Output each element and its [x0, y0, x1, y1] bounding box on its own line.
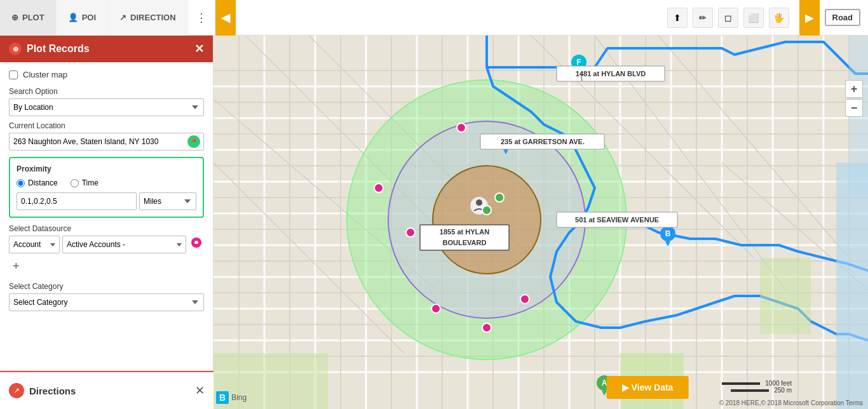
time-radio[interactable]: [71, 179, 79, 187]
sidebar-panel: ⊕ Plot Records ✕ Cluster map Search Opti…: [0, 36, 214, 409]
svg-text:BOULEVARD: BOULEVARD: [443, 239, 487, 246]
svg-text:235 at GARRETSON AVE.: 235 at GARRETSON AVE.: [501, 138, 585, 145]
proximity-inputs: Miles: [17, 192, 196, 210]
map-area: A B C F: [214, 36, 868, 409]
close-panel-button[interactable]: ✕: [194, 42, 204, 56]
panel-header: ⊕ Plot Records ✕: [0, 36, 213, 62]
scale-line-feet: 1000 feet: [722, 380, 792, 387]
current-location-label: Current Location: [9, 121, 204, 130]
toolbar: ⊕ PLOT 👤 POI ↗ DIRECTION ⋮ ◀ ⬆ ✏ ◻ ⬜ 🖐 ▶…: [0, 0, 868, 36]
proximity-box: Proximity Distance Time Miles: [9, 157, 204, 218]
bing-b-icon: B: [216, 391, 229, 404]
proximity-unit-select[interactable]: Miles: [139, 192, 196, 210]
svg-text:1481 at HYLAN BLVD: 1481 at HYLAN BLVD: [576, 70, 646, 77]
poi-label: POI: [82, 13, 96, 22]
view-data-label: ▶ View Data: [622, 382, 674, 392]
poi-icon: 👤: [68, 13, 78, 22]
current-location-input[interactable]: [9, 133, 204, 151]
directions-left: ↗ Directions: [9, 383, 76, 398]
panel-content: Cluster map Search Option By Location Cu…: [0, 62, 213, 370]
distance-label: Distance: [28, 178, 58, 187]
svg-text:B: B: [665, 229, 671, 238]
time-label: Time: [82, 178, 98, 187]
search-option-label: Search Option: [9, 87, 204, 96]
cluster-map-label[interactable]: Cluster map: [23, 70, 67, 79]
cluster-map-checkbox[interactable]: [9, 70, 18, 79]
pen-tool-button[interactable]: ✏: [693, 8, 713, 28]
datasource-row: Account Active Accounts -: [9, 236, 204, 253]
collapse-sidebar-button[interactable]: ◀: [215, 0, 236, 36]
datasource-label: Select Datasource: [9, 224, 204, 233]
view-data-button[interactable]: ▶ View Data: [607, 376, 689, 399]
search-option-select[interactable]: By Location: [9, 98, 204, 116]
location-pin-icon[interactable]: 📍: [187, 135, 200, 148]
svg-text:F: F: [576, 58, 581, 67]
svg-text:1855 at HYLAN: 1855 at HYLAN: [440, 228, 489, 236]
proximity-value-input[interactable]: [17, 192, 137, 210]
proximity-radio-row: Distance Time: [17, 178, 196, 187]
erase-tool-button[interactable]: ◻: [718, 8, 738, 28]
map-svg: A B C F: [214, 36, 868, 409]
distance-radio[interactable]: [17, 179, 25, 187]
plot-icon: ⊕: [11, 13, 18, 22]
time-radio-label[interactable]: Time: [71, 178, 98, 187]
bing-logo: B Bing: [216, 391, 247, 404]
select-tool-button[interactable]: ⬜: [743, 8, 764, 28]
panel-header-left: ⊕ Plot Records: [9, 43, 90, 55]
plot-label: PLOT: [22, 13, 44, 22]
dots-icon: ⋮: [196, 11, 207, 25]
scale-segment-meters: [731, 389, 769, 392]
datasource-pin-icon: [189, 237, 204, 252]
scale-bar: 1000 feet 250 m: [722, 380, 792, 394]
svg-rect-96: [760, 258, 811, 334]
scale-line-meters: 250 m: [731, 387, 792, 394]
poi-tab[interactable]: 👤 POI: [57, 0, 108, 36]
svg-point-77: [482, 323, 491, 332]
plot-panel-icon: ⊕: [9, 43, 22, 55]
svg-point-80: [482, 206, 491, 215]
svg-text:501 at SEAVIEW AVENUE: 501 at SEAVIEW AVENUE: [575, 216, 659, 224]
svg-point-81: [495, 193, 504, 202]
proximity-title: Proximity: [17, 164, 196, 173]
directions-panel: ↗ Directions ✕: [0, 371, 214, 409]
pan-tool-button[interactable]: 🖐: [769, 8, 789, 28]
direction-icon: ↗: [119, 13, 126, 22]
current-location-row: 📍: [9, 133, 204, 151]
svg-rect-92: [836, 163, 868, 409]
svg-point-61: [476, 199, 482, 206]
scale-label-meters: 250 m: [774, 387, 792, 394]
direction-tab[interactable]: ↗ DIRECTION: [108, 0, 188, 36]
add-datasource-button[interactable]: +: [9, 258, 24, 274]
svg-point-75: [406, 228, 415, 237]
distance-radio-label[interactable]: Distance: [17, 178, 58, 187]
panel-title: Plot Records: [27, 43, 90, 55]
svg-point-74: [457, 123, 466, 132]
directions-close-button[interactable]: ✕: [195, 384, 205, 398]
category-select[interactable]: Select Category: [9, 293, 204, 311]
zoom-controls: + −: [845, 80, 863, 117]
svg-point-79: [374, 184, 383, 192]
cluster-map-row: Cluster map: [9, 70, 204, 79]
road-badge: Road: [825, 9, 861, 26]
svg-point-59: [433, 166, 541, 274]
direction-label: DIRECTION: [130, 13, 176, 22]
expand-map-button[interactable]: ▶: [799, 0, 820, 36]
more-options-button[interactable]: ⋮: [188, 0, 215, 36]
datasource-type-select[interactable]: Account: [9, 236, 60, 253]
datasource-filter-select[interactable]: Active Accounts -: [62, 236, 186, 253]
scale-segment-feet: [722, 382, 760, 385]
category-label: Select Category: [9, 282, 204, 291]
map-attribution: © 2018 HERE,© 2018 Microsoft Corporation…: [719, 399, 863, 406]
toolbar-right: ⬆ ✏ ◻ ⬜ 🖐 ▶ Road: [667, 0, 869, 36]
cursor-tool-button[interactable]: ⬆: [667, 8, 688, 28]
zoom-in-button[interactable]: +: [845, 80, 863, 98]
bing-label: Bing: [231, 393, 247, 402]
svg-point-76: [431, 304, 440, 313]
scale-label-feet: 1000 feet: [765, 380, 792, 387]
directions-icon: ↗: [9, 383, 24, 398]
svg-point-78: [520, 295, 529, 304]
zoom-out-button[interactable]: −: [845, 99, 863, 117]
expand-icon: ▶: [805, 11, 814, 25]
collapse-icon: ◀: [221, 11, 230, 25]
plot-tab[interactable]: ⊕ PLOT: [0, 0, 57, 36]
